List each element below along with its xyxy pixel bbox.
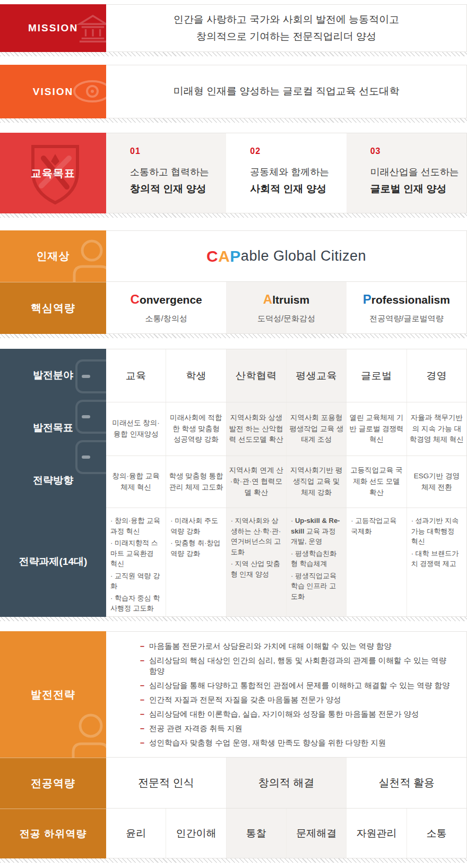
row-label-goals: 발전목표 xyxy=(0,401,106,454)
column-header: 글로벌 xyxy=(346,349,406,402)
vision-label-block: VISION xyxy=(0,65,106,118)
goal-line1: 공동체와 함께하는 xyxy=(250,165,341,181)
table-goals-row: 미래선도 창의·융합 인재양성 미래사회에 적합한 학생 맞춤형 성공역량 강화… xyxy=(106,402,466,456)
task-item: 지역사회와 상생하는 산·학·관·연거버넌스의 고도화 xyxy=(231,515,282,557)
mission-label-block: MISSION xyxy=(0,4,106,52)
goal-cell: 미래사회에 적합한 학생 맞춤형 성공역량 강화 xyxy=(166,402,226,456)
vision-text: 미래형 인재를 양성하는 글로컬 직업교육 선도대학 xyxy=(106,65,466,118)
direction-cell: 지역사회 연계 산·학·관·연 협력모델 확산 xyxy=(226,456,286,508)
talent-slogan: CAPable Global Citizen xyxy=(106,231,466,281)
core-item: Altruism 도덕성/문화감성 xyxy=(226,282,346,333)
sub-content: 윤리 인간이해 통찰 문제해결 자원관리 소통 xyxy=(106,809,467,858)
shadow-strip xyxy=(0,617,467,621)
shadow-strip xyxy=(0,334,467,338)
sub-label-block: 전공 하위역량 xyxy=(0,809,106,858)
core-sub: 소통/창의성 xyxy=(145,314,187,324)
strategy-bullet: 심리상담의 핵심 대상인 인간의 심리, 행동 및 사회환경과의 관계를 이해할… xyxy=(140,655,456,677)
edu-goals-label-block: 교육목표 xyxy=(0,133,106,213)
goal-cell: 자율과 책무기반의 지속 가능 대학경영 체제 혁신 xyxy=(407,402,466,456)
sub-competency-section: 전공 하위역량 윤리 인간이해 통찰 문제해결 자원관리 소통 xyxy=(0,809,467,858)
task-item: 성과기반 지속가능 대학행정 혁신 xyxy=(411,515,462,547)
goal-line2: 글로벌 인재 양성 xyxy=(370,181,461,197)
tasks-cell: 성과기반 지속가능 대학행정 혁신 대학 브랜드가치 경쟁력 제고 xyxy=(407,508,466,616)
strategy-bullet: 전공 관련 자격증 취득 지원 xyxy=(140,723,456,734)
talent-section: 인재상 CAPable Global Citizen xyxy=(0,230,467,282)
goal-line1: 소통하고 협력하는 xyxy=(130,165,221,181)
task-item: 창의·융합 교육과정 혁신 xyxy=(110,515,161,536)
edu-goal-card: 02 공동체와 함께하는 사회적 인재 양성 xyxy=(226,133,346,213)
column-header: 경영 xyxy=(407,349,466,402)
task-item: Up-skill & Re-skill 교육 과정 개발, 운영 xyxy=(291,515,342,547)
core-label: 핵심역량 xyxy=(31,301,75,315)
goal-cell: 지역사회와 상생발전 하는 산악협력 선도모델 확산 xyxy=(226,402,286,456)
shadow-strip xyxy=(0,858,467,863)
goal-cell: 미래선도 창의·융합 인재양성 xyxy=(106,402,166,456)
vision-content: 미래형 인재를 양성하는 글로컬 직업교육 선도대학 xyxy=(106,65,467,118)
major-content: 전문적 인식 창의적 해결 실천적 활용 xyxy=(106,758,467,809)
strategy-bullet: 심리상담에 대한 이론학습, 실습, 자기이해와 성장을 통한 마음돌봄 전문가… xyxy=(140,709,456,719)
row-label-directions: 전략방향 xyxy=(0,454,106,506)
row-label-tasks: 전략과제(14대) xyxy=(0,506,106,617)
sub-item: 통찰 xyxy=(226,809,286,858)
edu-goals-label: 교육목표 xyxy=(31,166,75,181)
task-item: 고등작업교육 국제화 xyxy=(351,515,402,536)
mission-content: 인간을 사랑하고 국가와 사회의 발전에 능동적이고 창의적으로 기여하는 전문… xyxy=(106,4,467,52)
task-item: 평생학습친화형 학습체계 xyxy=(291,548,342,569)
task-item: 지역 산업 맞춤형 인재 양성 xyxy=(231,558,282,579)
tasks-cell: 고등작업교육 국제화 xyxy=(346,508,406,616)
direction-cell: 지역사회기반 평생직업 교육 및 체제 강화 xyxy=(286,456,346,508)
vision-label: VISION xyxy=(33,86,73,98)
strategy-label: 발전전략 xyxy=(31,687,75,702)
mission-text-line2: 창의적으로 기여하는 전문직업리더 양성 xyxy=(196,28,376,45)
core-rest: onvergence xyxy=(140,294,202,306)
core-competency-section: 핵심역량 Convergence 소통/창의성 Altruism 도덕성/문화감… xyxy=(0,282,467,334)
vision-section: VISION 미래형 인재를 양성하는 글로컬 직업교육 선도대학 xyxy=(0,65,467,118)
core-rest: rofessionalism xyxy=(371,294,450,306)
sub-label: 전공 하위역량 xyxy=(20,827,87,841)
task-item: 학습자 중심 학사행정 고도화 xyxy=(110,593,161,614)
goal-line2: 창의적 인재 양성 xyxy=(130,181,221,197)
goal-cell: 열린 교육체제 기반 글로벌 경쟁력 혁신 xyxy=(346,402,406,456)
talent-label: 인재상 xyxy=(37,249,70,263)
development-table-labels: 발전분야 발전목표 전략방향 전략과제(14대) xyxy=(0,349,106,617)
core-content: Convergence 소통/창의성 Altruism 도덕성/문화감성 Pro… xyxy=(106,282,467,334)
strategy-section: 발전전략 마음돌봄 전문가로서 상담윤리와 가치에 대해 이해할 수 있는 역량… xyxy=(0,631,467,758)
core-item: Professionalism 전공역량/글로벌역량 xyxy=(347,282,466,333)
strategy-label-block: 발전전략 xyxy=(0,631,106,758)
goal-line2: 사회적 인재 양성 xyxy=(250,181,341,197)
core-rest: ltruism xyxy=(272,294,309,306)
core-initial: C xyxy=(131,292,140,306)
goal-line1: 미래산업을 선도하는 xyxy=(370,165,461,181)
strategy-bullet: 심리상담을 통해 다양하고 통합적인 관점에서 문제를 이해하고 해결할 수 있… xyxy=(140,680,456,691)
goal-cell: 지역사회 포용형 평생작업 교육 생태계 조성 xyxy=(286,402,346,456)
task-item: 미래지향적 스마트 교육환경 혁신 xyxy=(110,538,161,569)
direction-cell: 학생 맞춤형 통합관리 체제 고도화 xyxy=(166,456,226,508)
person-icon xyxy=(68,238,106,282)
column-header: 교육 xyxy=(106,349,166,402)
sub-item: 소통 xyxy=(407,809,466,858)
core-sub: 도덕성/문화감성 xyxy=(257,314,315,324)
task-item: 대학 브랜드가치 경쟁력 제고 xyxy=(411,548,462,569)
task-item: 맞춤형 취·창업 역량 강화 xyxy=(170,538,221,558)
core-initial: A xyxy=(263,292,272,306)
row-label-fields: 발전분야 xyxy=(0,349,106,401)
talent-label-block: 인재상 xyxy=(0,230,106,282)
mission-text: 인간을 사랑하고 국가와 사회의 발전에 능동적이고 창의적으로 기여하는 전문… xyxy=(106,5,466,51)
mission-text-line1: 인간을 사랑하고 국가와 사회의 발전에 능동적이고 xyxy=(174,11,399,28)
strategy-bullet-list: 마음돌봄 전문가로서 상담윤리와 가치에 대해 이해할 수 있는 역량 함양 심… xyxy=(106,632,466,757)
sub-item: 자원관리 xyxy=(346,809,406,858)
major-label-block: 전공역량 xyxy=(0,758,106,809)
edu-goal-card: 03 미래산업을 선도하는 글로벌 인재 양성 xyxy=(347,133,466,213)
person-icon xyxy=(67,712,106,758)
shadow-strip xyxy=(0,213,467,218)
strategy-bullet: 마음돌봄 전문가로서 상담윤리와 가치에 대해 이해할 수 있는 역량 함양 xyxy=(140,641,456,651)
major-item: 전문적 인식 xyxy=(106,758,226,808)
tasks-cell: 창의·융합 교육과정 혁신 미래지향적 스마트 교육환경 혁신 교직원 역량 강… xyxy=(106,508,166,616)
shadow-strip xyxy=(0,118,467,123)
core-label-block: 핵심역량 xyxy=(0,282,106,334)
table-header-row: 교육 학생 산학협력 평생교육 글로벌 경영 xyxy=(106,349,466,402)
mission-section: MISSION 인간을 사랑하고 국가와 사회의 발전에 능동적이고 창의적으로… xyxy=(0,4,467,52)
table-tasks-row: 창의·융합 교육과정 혁신 미래지향적 스마트 교육환경 혁신 교직원 역량 강… xyxy=(106,508,466,616)
column-header: 평생교육 xyxy=(286,349,346,402)
direction-cell: ESG기반 경영 체제 전환 xyxy=(407,456,466,508)
